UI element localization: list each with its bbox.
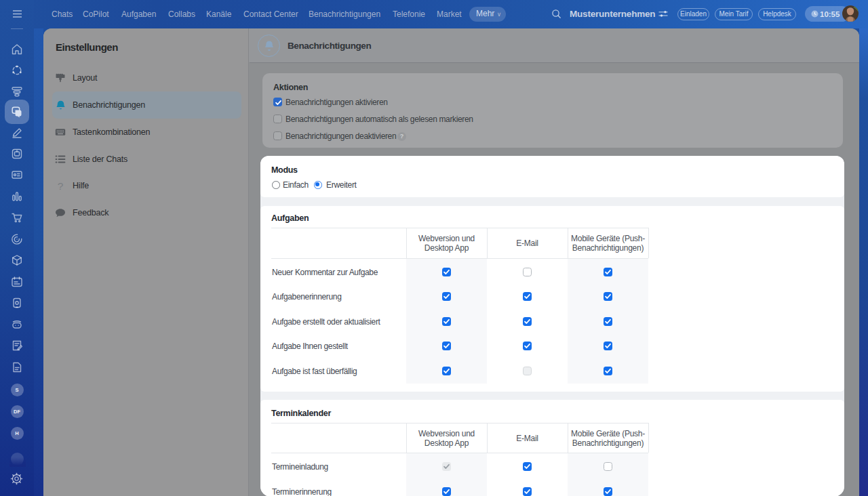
- svg-text:?: ?: [58, 180, 64, 191]
